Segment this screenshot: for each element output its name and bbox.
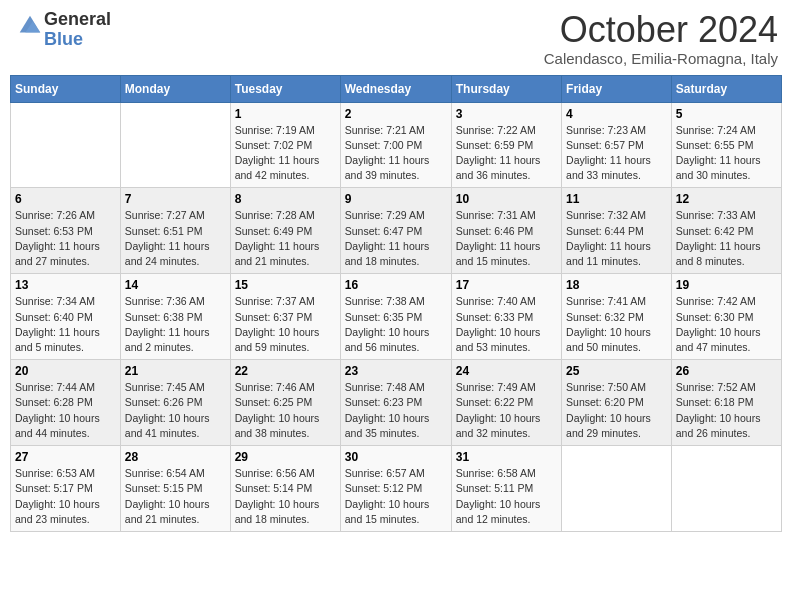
calendar-cell: 8Sunrise: 7:28 AMSunset: 6:49 PMDaylight… bbox=[230, 188, 340, 274]
day-info: Sunrise: 7:52 AMSunset: 6:18 PMDaylight:… bbox=[676, 380, 777, 441]
day-number: 15 bbox=[235, 278, 336, 292]
calendar-cell: 5Sunrise: 7:24 AMSunset: 6:55 PMDaylight… bbox=[671, 102, 781, 188]
day-info: Sunrise: 7:37 AMSunset: 6:37 PMDaylight:… bbox=[235, 294, 336, 355]
day-number: 4 bbox=[566, 107, 667, 121]
calendar-cell: 20Sunrise: 7:44 AMSunset: 6:28 PMDayligh… bbox=[11, 360, 121, 446]
day-number: 30 bbox=[345, 450, 447, 464]
calendar-cell: 1Sunrise: 7:19 AMSunset: 7:02 PMDaylight… bbox=[230, 102, 340, 188]
day-number: 23 bbox=[345, 364, 447, 378]
day-info: Sunrise: 7:34 AMSunset: 6:40 PMDaylight:… bbox=[15, 294, 116, 355]
calendar-table: SundayMondayTuesdayWednesdayThursdayFrid… bbox=[10, 75, 782, 532]
day-info: Sunrise: 7:22 AMSunset: 6:59 PMDaylight:… bbox=[456, 123, 557, 184]
calendar-cell: 9Sunrise: 7:29 AMSunset: 6:47 PMDaylight… bbox=[340, 188, 451, 274]
weekday-header-thursday: Thursday bbox=[451, 75, 561, 102]
page-header: General Blue October 2024 Calendasco, Em… bbox=[10, 10, 782, 67]
calendar-week-row: 27Sunrise: 6:53 AMSunset: 5:17 PMDayligh… bbox=[11, 446, 782, 532]
calendar-cell bbox=[562, 446, 672, 532]
weekday-header-wednesday: Wednesday bbox=[340, 75, 451, 102]
day-number: 25 bbox=[566, 364, 667, 378]
calendar-cell: 26Sunrise: 7:52 AMSunset: 6:18 PMDayligh… bbox=[671, 360, 781, 446]
day-number: 7 bbox=[125, 192, 226, 206]
calendar-cell: 31Sunrise: 6:58 AMSunset: 5:11 PMDayligh… bbox=[451, 446, 561, 532]
day-info: Sunrise: 7:27 AMSunset: 6:51 PMDaylight:… bbox=[125, 208, 226, 269]
weekday-header-saturday: Saturday bbox=[671, 75, 781, 102]
day-number: 28 bbox=[125, 450, 226, 464]
calendar-cell: 22Sunrise: 7:46 AMSunset: 6:25 PMDayligh… bbox=[230, 360, 340, 446]
weekday-header-monday: Monday bbox=[120, 75, 230, 102]
day-info: Sunrise: 7:28 AMSunset: 6:49 PMDaylight:… bbox=[235, 208, 336, 269]
day-info: Sunrise: 7:48 AMSunset: 6:23 PMDaylight:… bbox=[345, 380, 447, 441]
day-info: Sunrise: 6:58 AMSunset: 5:11 PMDaylight:… bbox=[456, 466, 557, 527]
logo-text: General Blue bbox=[44, 10, 111, 50]
calendar-week-row: 13Sunrise: 7:34 AMSunset: 6:40 PMDayligh… bbox=[11, 274, 782, 360]
day-number: 10 bbox=[456, 192, 557, 206]
day-info: Sunrise: 7:49 AMSunset: 6:22 PMDaylight:… bbox=[456, 380, 557, 441]
day-number: 17 bbox=[456, 278, 557, 292]
calendar-cell: 19Sunrise: 7:42 AMSunset: 6:30 PMDayligh… bbox=[671, 274, 781, 360]
logo-blue-text: Blue bbox=[44, 30, 111, 50]
calendar-cell bbox=[11, 102, 121, 188]
calendar-cell: 7Sunrise: 7:27 AMSunset: 6:51 PMDaylight… bbox=[120, 188, 230, 274]
calendar-cell: 16Sunrise: 7:38 AMSunset: 6:35 PMDayligh… bbox=[340, 274, 451, 360]
day-info: Sunrise: 7:19 AMSunset: 7:02 PMDaylight:… bbox=[235, 123, 336, 184]
day-number: 26 bbox=[676, 364, 777, 378]
day-number: 24 bbox=[456, 364, 557, 378]
day-info: Sunrise: 7:46 AMSunset: 6:25 PMDaylight:… bbox=[235, 380, 336, 441]
day-info: Sunrise: 7:44 AMSunset: 6:28 PMDaylight:… bbox=[15, 380, 116, 441]
day-number: 5 bbox=[676, 107, 777, 121]
day-info: Sunrise: 6:57 AMSunset: 5:12 PMDaylight:… bbox=[345, 466, 447, 527]
calendar-cell: 10Sunrise: 7:31 AMSunset: 6:46 PMDayligh… bbox=[451, 188, 561, 274]
day-number: 8 bbox=[235, 192, 336, 206]
calendar-cell: 15Sunrise: 7:37 AMSunset: 6:37 PMDayligh… bbox=[230, 274, 340, 360]
day-number: 19 bbox=[676, 278, 777, 292]
day-info: Sunrise: 7:32 AMSunset: 6:44 PMDaylight:… bbox=[566, 208, 667, 269]
day-info: Sunrise: 7:45 AMSunset: 6:26 PMDaylight:… bbox=[125, 380, 226, 441]
calendar-cell: 28Sunrise: 6:54 AMSunset: 5:15 PMDayligh… bbox=[120, 446, 230, 532]
day-info: Sunrise: 7:50 AMSunset: 6:20 PMDaylight:… bbox=[566, 380, 667, 441]
day-info: Sunrise: 7:26 AMSunset: 6:53 PMDaylight:… bbox=[15, 208, 116, 269]
calendar-cell: 3Sunrise: 7:22 AMSunset: 6:59 PMDaylight… bbox=[451, 102, 561, 188]
day-number: 29 bbox=[235, 450, 336, 464]
day-number: 1 bbox=[235, 107, 336, 121]
day-info: Sunrise: 7:33 AMSunset: 6:42 PMDaylight:… bbox=[676, 208, 777, 269]
day-info: Sunrise: 7:31 AMSunset: 6:46 PMDaylight:… bbox=[456, 208, 557, 269]
day-number: 22 bbox=[235, 364, 336, 378]
calendar-cell: 11Sunrise: 7:32 AMSunset: 6:44 PMDayligh… bbox=[562, 188, 672, 274]
calendar-header: SundayMondayTuesdayWednesdayThursdayFrid… bbox=[11, 75, 782, 102]
day-number: 16 bbox=[345, 278, 447, 292]
calendar-cell: 6Sunrise: 7:26 AMSunset: 6:53 PMDaylight… bbox=[11, 188, 121, 274]
day-number: 20 bbox=[15, 364, 116, 378]
title-section: October 2024 Calendasco, Emilia-Romagna,… bbox=[544, 10, 778, 67]
day-info: Sunrise: 7:21 AMSunset: 7:00 PMDaylight:… bbox=[345, 123, 447, 184]
calendar-week-row: 1Sunrise: 7:19 AMSunset: 7:02 PMDaylight… bbox=[11, 102, 782, 188]
calendar-cell: 17Sunrise: 7:40 AMSunset: 6:33 PMDayligh… bbox=[451, 274, 561, 360]
calendar-cell: 14Sunrise: 7:36 AMSunset: 6:38 PMDayligh… bbox=[120, 274, 230, 360]
calendar-cell bbox=[120, 102, 230, 188]
calendar-cell: 18Sunrise: 7:41 AMSunset: 6:32 PMDayligh… bbox=[562, 274, 672, 360]
weekday-header-tuesday: Tuesday bbox=[230, 75, 340, 102]
calendar-cell: 4Sunrise: 7:23 AMSunset: 6:57 PMDaylight… bbox=[562, 102, 672, 188]
calendar-cell bbox=[671, 446, 781, 532]
day-number: 18 bbox=[566, 278, 667, 292]
calendar-cell: 29Sunrise: 6:56 AMSunset: 5:14 PMDayligh… bbox=[230, 446, 340, 532]
calendar-cell: 23Sunrise: 7:48 AMSunset: 6:23 PMDayligh… bbox=[340, 360, 451, 446]
day-info: Sunrise: 7:41 AMSunset: 6:32 PMDaylight:… bbox=[566, 294, 667, 355]
calendar-cell: 21Sunrise: 7:45 AMSunset: 6:26 PMDayligh… bbox=[120, 360, 230, 446]
day-number: 14 bbox=[125, 278, 226, 292]
day-info: Sunrise: 6:54 AMSunset: 5:15 PMDaylight:… bbox=[125, 466, 226, 527]
day-info: Sunrise: 7:38 AMSunset: 6:35 PMDaylight:… bbox=[345, 294, 447, 355]
calendar-cell: 12Sunrise: 7:33 AMSunset: 6:42 PMDayligh… bbox=[671, 188, 781, 274]
day-number: 3 bbox=[456, 107, 557, 121]
logo-general-text: General bbox=[44, 10, 111, 30]
day-info: Sunrise: 6:53 AMSunset: 5:17 PMDaylight:… bbox=[15, 466, 116, 527]
day-info: Sunrise: 7:36 AMSunset: 6:38 PMDaylight:… bbox=[125, 294, 226, 355]
day-info: Sunrise: 7:40 AMSunset: 6:33 PMDaylight:… bbox=[456, 294, 557, 355]
day-number: 9 bbox=[345, 192, 447, 206]
calendar-cell: 25Sunrise: 7:50 AMSunset: 6:20 PMDayligh… bbox=[562, 360, 672, 446]
month-title: October 2024 bbox=[544, 10, 778, 50]
calendar-cell: 13Sunrise: 7:34 AMSunset: 6:40 PMDayligh… bbox=[11, 274, 121, 360]
logo-icon bbox=[16, 12, 44, 40]
weekday-header-sunday: Sunday bbox=[11, 75, 121, 102]
calendar-week-row: 20Sunrise: 7:44 AMSunset: 6:28 PMDayligh… bbox=[11, 360, 782, 446]
calendar-cell: 24Sunrise: 7:49 AMSunset: 6:22 PMDayligh… bbox=[451, 360, 561, 446]
